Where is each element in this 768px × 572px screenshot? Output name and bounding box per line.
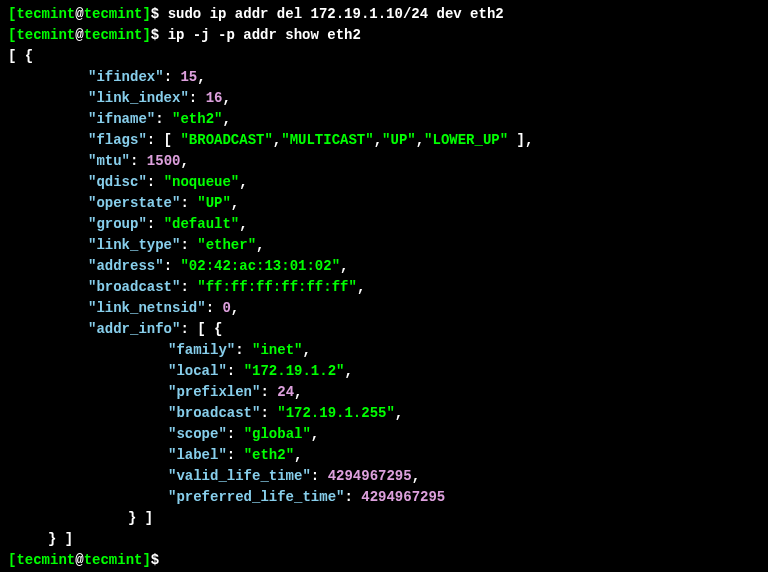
json-line: "link_type": "ether",	[8, 235, 760, 256]
json-value: "default"	[164, 216, 240, 232]
user: tecmint	[16, 552, 75, 568]
json-line: "prefixlen": 24,	[8, 382, 760, 403]
json-value: "global"	[244, 426, 311, 442]
host: tecmint	[84, 27, 143, 43]
json-value: 24	[277, 384, 294, 400]
json-key: "broadcast"	[168, 405, 260, 421]
bracket-close: ]	[142, 27, 150, 43]
json-value: "UP"	[197, 195, 231, 211]
json-key: "link_type"	[88, 237, 180, 253]
json-key: "address"	[88, 258, 164, 274]
json-value: 0	[222, 300, 230, 316]
json-key: "ifname"	[88, 111, 155, 127]
json-value: 1500	[147, 153, 181, 169]
json-key: "valid_life_time"	[168, 468, 311, 484]
json-line: "valid_life_time": 4294967295,	[8, 466, 760, 487]
dollar: $	[151, 6, 159, 22]
host: tecmint	[84, 552, 143, 568]
json-value: "inet"	[252, 342, 302, 358]
json-value: "172.19.1.2"	[244, 363, 345, 379]
prompt-line-3: [tecmint@tecmint]$	[8, 550, 760, 571]
json-key: "link_netnsid"	[88, 300, 206, 316]
dollar: $	[151, 552, 159, 568]
json-key: "addr_info"	[88, 321, 180, 337]
bracket-close: ]	[142, 552, 150, 568]
json-line: "family": "inet",	[8, 340, 760, 361]
json-key: "operstate"	[88, 195, 180, 211]
json-key: "broadcast"	[88, 279, 180, 295]
json-line: "broadcast": "172.19.1.255",	[8, 403, 760, 424]
json-body: "ifindex": 15,"link_index": 16,"ifname":…	[8, 67, 760, 550]
json-line: "address": "02:42:ac:13:01:02",	[8, 256, 760, 277]
json-key: "label"	[168, 447, 227, 463]
json-value: 16	[206, 90, 223, 106]
bracket-close: ]	[142, 6, 150, 22]
json-close: } ]	[48, 531, 73, 547]
json-string: "UP"	[382, 132, 416, 148]
json-line: "link_index": 16,	[8, 88, 760, 109]
json-key: "preferred_life_time"	[168, 489, 344, 505]
prompt-line-2: [tecmint@tecmint]$ ip -j -p addr show et…	[8, 25, 760, 46]
json-line: "link_netnsid": 0,	[8, 298, 760, 319]
json-line: "preferred_life_time": 4294967295	[8, 487, 760, 508]
json-line: "mtu": 1500,	[8, 151, 760, 172]
json-value: "eth2"	[244, 447, 294, 463]
json-value: 15	[180, 69, 197, 85]
json-line: "qdisc": "noqueue",	[8, 172, 760, 193]
json-line: "ifindex": 15,	[8, 67, 760, 88]
json-key: "link_index"	[88, 90, 189, 106]
json-value: "ff:ff:ff:ff:ff:ff"	[197, 279, 357, 295]
json-value: "172.19.1.255"	[277, 405, 395, 421]
json-key: "mtu"	[88, 153, 130, 169]
prompt-line-1: [tecmint@tecmint]$ sudo ip addr del 172.…	[8, 4, 760, 25]
json-line: "scope": "global",	[8, 424, 760, 445]
json-line: } ]	[8, 529, 760, 550]
json-value: "eth2"	[172, 111, 222, 127]
json-string: "MULTICAST"	[281, 132, 373, 148]
json-key: "family"	[168, 342, 235, 358]
command-1[interactable]: sudo ip addr del 172.19.1.10/24 dev eth2	[159, 6, 503, 22]
json-line: "ifname": "eth2",	[8, 109, 760, 130]
json-line: "group": "default",	[8, 214, 760, 235]
json-key: "flags"	[88, 132, 147, 148]
json-line: "local": "172.19.1.2",	[8, 361, 760, 382]
command-2[interactable]: ip -j -p addr show eth2	[159, 27, 361, 43]
json-value: 4294967295	[361, 489, 445, 505]
json-key: "qdisc"	[88, 174, 147, 190]
json-close: } ]	[128, 510, 153, 526]
json-key: "scope"	[168, 426, 227, 442]
json-line: } ]	[8, 508, 760, 529]
json-value: "02:42:ac:13:01:02"	[180, 258, 340, 274]
json-value: 4294967295	[328, 468, 412, 484]
json-line: "label": "eth2",	[8, 445, 760, 466]
json-string: "BROADCAST"	[180, 132, 272, 148]
at-sign: @	[75, 27, 83, 43]
json-line: "addr_info": [ {	[8, 319, 760, 340]
json-value: "noqueue"	[164, 174, 240, 190]
user: tecmint	[16, 27, 75, 43]
json-key: "local"	[168, 363, 227, 379]
json-open: [ {	[8, 46, 760, 67]
json-line: "operstate": "UP",	[8, 193, 760, 214]
json-line: "broadcast": "ff:ff:ff:ff:ff:ff",	[8, 277, 760, 298]
json-key: "ifindex"	[88, 69, 164, 85]
json-string: "LOWER_UP"	[424, 132, 508, 148]
json-key: "prefixlen"	[168, 384, 260, 400]
json-value: "ether"	[197, 237, 256, 253]
json-line: "flags": [ "BROADCAST","MULTICAST","UP",…	[8, 130, 760, 151]
at-sign: @	[75, 552, 83, 568]
user: tecmint	[16, 6, 75, 22]
at-sign: @	[75, 6, 83, 22]
json-key: "group"	[88, 216, 147, 232]
host: tecmint	[84, 6, 143, 22]
dollar: $	[151, 27, 159, 43]
